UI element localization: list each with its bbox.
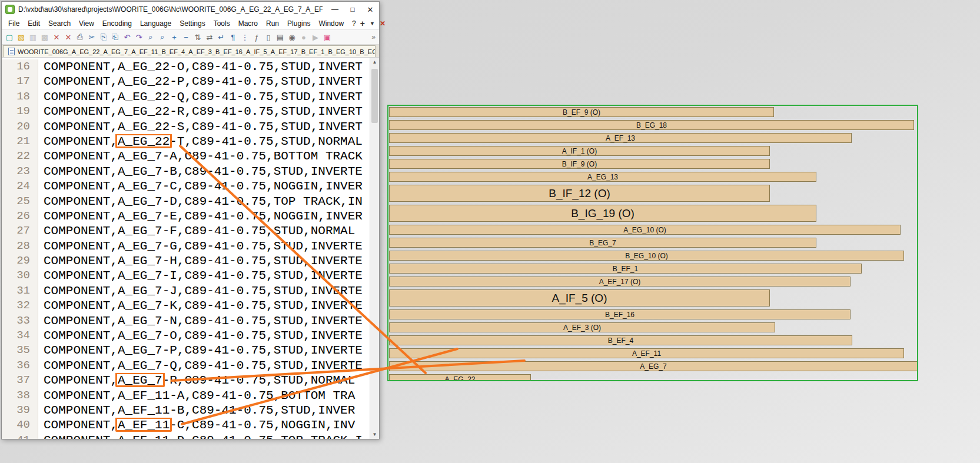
menu-item--[interactable]: ? — [348, 18, 360, 29]
find-icon[interactable]: ⌕ — [145, 32, 156, 42]
editor-line[interactable]: 23COMPONENT,A_EG_7-B,C89-41-0.75,STUD,IN… — [2, 164, 370, 179]
diagram-bar-a-ef-13: A_EF_13 — [389, 133, 852, 143]
notepadpp-icon — [5, 5, 15, 14]
line-text: COMPONENT,A_EG_22-Q,C89-41-0.75,STUD,INV… — [38, 89, 370, 104]
editor-line[interactable]: 20COMPONENT,A_EG_22-S,C89-41-0.75,STUD,I… — [2, 119, 370, 134]
editor-line[interactable]: 35COMPONENT,A_EG_7-P,C89-41-0.75,STUD,IN… — [2, 343, 370, 358]
maximize-button[interactable]: □ — [344, 2, 361, 16]
scroll-up-icon[interactable]: ▲ — [370, 58, 379, 66]
line-text: COMPONENT,A_EG_7-F,C89-41-0.75,STUD,NORM… — [38, 224, 370, 238]
menu-item-settings[interactable]: Settings — [175, 18, 209, 29]
line-text: COMPONENT,A_EG_7-R,C89-41-0.75,STUD,NORM… — [38, 373, 370, 388]
save-icon[interactable]: ▥ — [28, 32, 38, 42]
zoom-out-icon[interactable]: − — [181, 32, 191, 42]
sync-horizontal-icon[interactable]: ⇄ — [204, 32, 215, 42]
line-number: 26 — [2, 209, 38, 224]
show-all-characters-icon[interactable]: ¶ — [228, 32, 238, 42]
scroll-down-icon[interactable]: ▼ — [370, 430, 379, 439]
line-text: COMPONENT,A_EG_7-J,C89-41-0.75,STUD,INVE… — [38, 284, 370, 298]
editor-line[interactable]: 33COMPONENT,A_EG_7-N,C89-41-0.75,STUD,IN… — [2, 314, 370, 328]
line-number: 34 — [2, 328, 38, 343]
close-tab-button[interactable]: ✕ — [380, 19, 386, 28]
editor-line[interactable]: 40COMPONENT,A_EF_11-C,C89-41-0.75,NOGGIN… — [2, 418, 370, 432]
close-document-icon[interactable]: ✕ — [51, 32, 62, 42]
redo-icon[interactable]: ↷ — [134, 32, 144, 42]
close-all-icon[interactable]: ✕ — [63, 32, 74, 42]
editor-line[interactable]: 16COMPONENT,A_EG_22-O,C89-41-0.75,STUD,I… — [2, 59, 370, 74]
editor-line[interactable]: 32COMPONENT,A_EG_7-K,C89-41-0.75,STUD,IN… — [2, 298, 370, 313]
editor-line[interactable]: 37COMPONENT,A_EG_7-R,C89-41-0.75,STUD,NO… — [2, 373, 370, 388]
tab-list-dropdown-icon[interactable]: ▼ — [370, 21, 375, 26]
record-macro-icon[interactable]: ● — [298, 32, 309, 42]
close-button[interactable]: ✕ — [361, 2, 379, 16]
editor-line[interactable]: 34COMPONENT,A_EG_7-O,C89-41-0.75,STUD,IN… — [2, 328, 370, 343]
line-number: 24 — [2, 179, 38, 194]
line-number: 36 — [2, 358, 38, 373]
line-number: 37 — [2, 373, 38, 388]
function-list-icon[interactable]: ƒ — [251, 32, 262, 42]
sync-vertical-icon[interactable]: ⇅ — [192, 32, 203, 42]
cut-icon[interactable]: ✂ — [87, 32, 97, 42]
menu-item-language[interactable]: Language — [136, 18, 175, 29]
line-text: COMPONENT,A_EG_7-I,C89-41-0.75,STUD,INVE… — [38, 268, 370, 283]
document-switcher-icon[interactable]: ▤ — [275, 32, 285, 42]
menu-item-macro[interactable]: Macro — [234, 18, 262, 29]
menu-item-run[interactable]: Run — [262, 18, 283, 29]
open-folder-icon[interactable]: ▧ — [16, 32, 26, 42]
line-number: 20 — [2, 119, 38, 134]
editor-line[interactable]: 30COMPONENT,A_EG_7-I,C89-41-0.75,STUD,IN… — [2, 268, 370, 283]
editor-line[interactable]: 17COMPONENT,A_EG_22-P,C89-41-0.75,STUD,I… — [2, 74, 370, 89]
editor-line[interactable]: 31COMPONENT,A_EG_7-J,C89-41-0.75,STUD,IN… — [2, 284, 370, 298]
word-wrap-icon[interactable]: ↵ — [216, 32, 227, 42]
editor-line[interactable]: 29COMPONENT,A_EG_7-H,C89-41-0.75,STUD,IN… — [2, 254, 370, 268]
undo-icon[interactable]: ↶ — [122, 32, 132, 42]
editor-line[interactable]: 25COMPONENT,A_EG_7-D,C89-41-0.75,TOP TRA… — [2, 194, 370, 209]
toolbar-overflow-chevron[interactable]: » — [371, 33, 377, 41]
zoom-in-icon[interactable]: + — [169, 32, 180, 42]
monitoring-icon[interactable]: ◉ — [287, 32, 297, 42]
vertical-scrollbar[interactable]: ▲ ▼ — [370, 58, 379, 439]
new-file-icon[interactable]: ▢ — [4, 32, 15, 42]
editor-line[interactable]: 36COMPONENT,A_EG_7-Q,C89-41-0.75,STUD,IN… — [2, 358, 370, 373]
minimize-button[interactable]: — — [326, 2, 344, 16]
replace-icon[interactable]: ⌕ — [157, 32, 168, 42]
copy-icon[interactable]: ⎘ — [98, 32, 109, 42]
editor-line[interactable]: 41COMPONENT,A_EF_11-D,C89-41-0.75,TOP TR… — [2, 433, 370, 439]
editor-pane[interactable]: 16COMPONENT,A_EG_22-O,C89-41-0.75,STUD,I… — [2, 57, 379, 439]
menu-item-window[interactable]: Window — [314, 18, 348, 29]
menu-item-view[interactable]: View — [75, 18, 98, 29]
diagram-bar-a-ef-3-o: A_EF_3 (O) — [389, 322, 775, 332]
paste-icon[interactable]: ⎗ — [110, 32, 121, 42]
editor-line[interactable]: 18COMPONENT,A_EG_22-Q,C89-41-0.75,STUD,I… — [2, 89, 370, 104]
menu-item-search[interactable]: Search — [44, 18, 75, 29]
new-tab-button[interactable]: + — [360, 19, 365, 28]
menu-item-plugins[interactable]: Plugins — [283, 18, 314, 29]
editor-line[interactable]: 38COMPONENT,A_EF_11-A,C89-41-0.75,BOTTOM… — [2, 388, 370, 403]
save-all-icon[interactable]: ▩ — [39, 32, 50, 42]
scrollbar-thumb[interactable] — [371, 69, 378, 123]
menu-item-tools[interactable]: Tools — [210, 18, 234, 29]
editor-line[interactable]: 39COMPONENT,A_EF_11-B,C89-41-0.75,STUD,I… — [2, 403, 370, 418]
menu-item-edit[interactable]: Edit — [24, 18, 44, 29]
editor-line[interactable]: 26COMPONENT,A_EG_7-E,C89-41-0.75,NOGGIN,… — [2, 209, 370, 224]
editor-line[interactable]: 21COMPONENT,A_EG_22-T,C89-41-0.75,STUD,N… — [2, 134, 370, 149]
print-icon[interactable]: ⎙ — [75, 32, 85, 42]
document-map-icon[interactable]: ▯ — [263, 32, 274, 42]
editor-line[interactable]: 28COMPONENT,A_EG_7-G,C89-41-0.75,STUD,IN… — [2, 239, 370, 254]
editor-line[interactable]: 24COMPONENT,A_EG_7-C,C89-41-0.75,NOGGIN,… — [2, 179, 370, 194]
tab-active[interactable]: WOORITE_006G_A_EG_22_A_EG_7_A_EF_11_B_EF… — [3, 45, 376, 57]
line-text: COMPONENT,A_EG_7-D,C89-41-0.75,TOP TRACK… — [38, 194, 370, 209]
diagram-bar-b-ef-4: B_EF_4 — [389, 335, 852, 345]
line-number: 18 — [2, 89, 38, 104]
menu-item-file[interactable]: File — [4, 18, 24, 29]
editor-line[interactable]: 19COMPONENT,A_EG_22-R,C89-41-0.75,STUD,I… — [2, 104, 370, 119]
indent-guide-icon[interactable]: ⋮ — [240, 32, 250, 42]
line-text: COMPONENT,A_EG_22-R,C89-41-0.75,STUD,INV… — [38, 104, 370, 119]
title-bar[interactable]: D:\vxbd\au\30\shared\projects\WOORITE_00… — [2, 2, 379, 17]
save-macro-icon[interactable]: ▣ — [322, 32, 333, 42]
menu-item-encoding[interactable]: Encoding — [98, 18, 136, 29]
diagram-bar-b-ef-16: B_EF_16 — [389, 309, 851, 319]
play-macro-icon[interactable]: ▶ — [310, 32, 321, 42]
editor-line[interactable]: 27COMPONENT,A_EG_7-F,C89-41-0.75,STUD,NO… — [2, 224, 370, 238]
editor-line[interactable]: 22COMPONENT,A_EG_7-A,C89-41-0.75,BOTTOM … — [2, 149, 370, 164]
